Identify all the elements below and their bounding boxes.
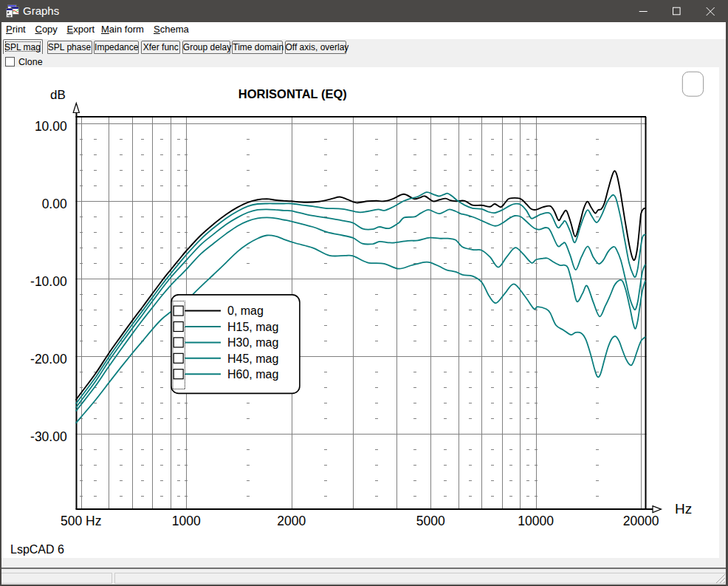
svg-text:HORISONTAL (EQ): HORISONTAL (EQ) — [238, 87, 347, 100]
svg-text:1000: 1000 — [172, 514, 201, 528]
svg-text:20000: 20000 — [623, 514, 659, 528]
svg-text:0, mag: 0, mag — [227, 304, 264, 317]
svg-text:dB: dB — [50, 88, 66, 102]
svg-text:10000: 10000 — [518, 514, 554, 528]
svg-text:-30.00: -30.00 — [30, 429, 67, 444]
svg-text:H30, mag: H30, mag — [227, 336, 278, 349]
svg-text:500 Hz: 500 Hz — [61, 514, 101, 528]
svg-text:0.00: 0.00 — [42, 197, 67, 211]
svg-text:H60, mag: H60, mag — [227, 368, 278, 381]
svg-text:10.00: 10.00 — [35, 119, 67, 134]
svg-text:LspCAD 6: LspCAD 6 — [10, 543, 64, 556]
svg-text:5000: 5000 — [416, 514, 445, 528]
svg-text:H15, mag: H15, mag — [227, 321, 278, 333]
svg-text:-20.00: -20.00 — [30, 352, 67, 367]
svg-text:H45, mag: H45, mag — [227, 352, 278, 365]
svg-text:2000: 2000 — [277, 514, 306, 528]
svg-text:-10.00: -10.00 — [30, 274, 67, 289]
svg-text:Hz: Hz — [675, 501, 692, 517]
